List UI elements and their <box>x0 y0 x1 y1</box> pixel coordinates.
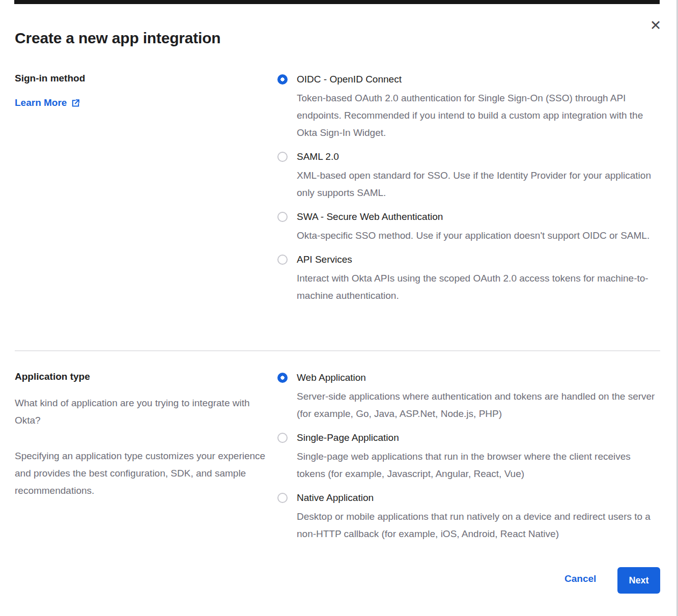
radio-option-label: SAML 2.0 <box>297 150 660 163</box>
radio-icon[interactable] <box>277 255 288 265</box>
external-link-icon <box>71 98 80 108</box>
cancel-button[interactable]: Cancel <box>564 573 596 584</box>
next-button[interactable]: Next <box>617 567 660 594</box>
radio-icon[interactable] <box>277 433 288 443</box>
radio-option-description: Token-based OAuth 2.0 authentication for… <box>297 90 660 142</box>
application-type-question: What kind of application are you trying … <box>15 395 272 429</box>
radio-option[interactable]: SAML 2.0 XML-based open standard for SSO… <box>277 150 660 202</box>
learn-more-text: Learn More <box>15 97 67 108</box>
radio-option[interactable]: Single-Page Application Single-page web … <box>277 431 660 483</box>
radio-icon[interactable] <box>277 74 288 85</box>
signin-options: OIDC - OpenID Connect Token-based OAuth … <box>277 73 660 313</box>
radio-option-description: Okta-specific SSO method. Use if your ap… <box>297 227 649 244</box>
dialog-title: Create a new app integration <box>15 30 220 47</box>
radio-icon[interactable] <box>277 152 288 162</box>
application-type-hint: Specifying an application type customize… <box>15 447 272 499</box>
signin-method-label: Sign-in method <box>15 72 272 85</box>
radio-option-label: API Services <box>297 253 660 266</box>
radio-option-description: Interact with Okta APIs using the scoped… <box>297 270 660 304</box>
radio-option-description: Single-page web applications that run in… <box>297 448 660 483</box>
radio-option[interactable]: Native Application Desktop or mobile app… <box>277 491 660 543</box>
radio-option[interactable]: Web Application Server-side applications… <box>277 371 660 423</box>
radio-option[interactable]: OIDC - OpenID Connect Token-based OAuth … <box>277 73 660 142</box>
radio-option-description: Server-side applications where authentic… <box>297 388 660 423</box>
radio-option-label: Native Application <box>297 491 660 505</box>
radio-option-label: SWA - Secure Web Authentication <box>297 210 649 223</box>
radio-option[interactable]: SWA - Secure Web Authentication Okta-spe… <box>277 210 660 244</box>
create-app-integration-dialog: ✕ Create a new app integration Sign-in m… <box>0 0 678 616</box>
section-divider <box>15 350 660 351</box>
radio-icon[interactable] <box>277 373 288 383</box>
close-icon[interactable]: ✕ <box>646 16 665 35</box>
radio-option-label: Single-Page Application <box>297 431 660 444</box>
radio-option-label: OIDC - OpenID Connect <box>297 73 660 86</box>
application-type-options: Web Application Server-side applications… <box>277 371 660 551</box>
radio-option-description: Desktop or mobile applications that run … <box>297 508 660 543</box>
radio-option-description: XML-based open standard for SSO. Use if … <box>297 167 660 202</box>
radio-icon[interactable] <box>277 493 288 503</box>
top-border-bar <box>14 0 660 4</box>
radio-icon[interactable] <box>277 212 288 222</box>
radio-option[interactable]: API Services Interact with Okta APIs usi… <box>277 253 660 304</box>
learn-more-link[interactable]: Learn More <box>15 97 80 108</box>
application-type-label: Application type <box>15 370 272 383</box>
radio-option-label: Web Application <box>297 371 660 384</box>
